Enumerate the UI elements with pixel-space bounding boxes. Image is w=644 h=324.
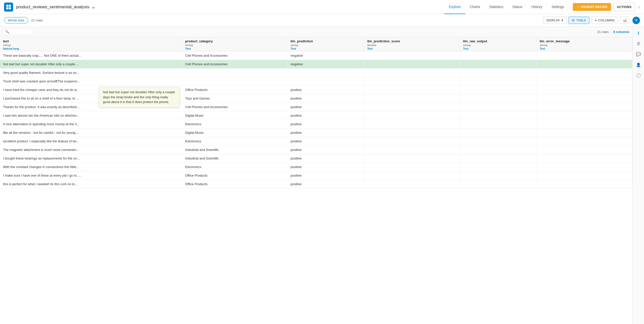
- table-cell: Cell Phones and Accessories: [182, 51, 288, 60]
- table-cell: [460, 69, 537, 77]
- parent-recipe-button[interactable]: ⚡ PARENT RECIPE: [573, 3, 611, 11]
- category-text-link[interactable]: Text: [185, 47, 284, 50]
- table-cell: With the constant changes in connections…: [0, 163, 182, 171]
- user-sidebar-icon[interactable]: 👤: [634, 60, 643, 69]
- table-cell: [460, 128, 537, 137]
- table-cell: [364, 111, 460, 120]
- tab-history[interactable]: History: [527, 0, 547, 14]
- table-row[interactable]: I have tried the cheaper carts and they …: [0, 86, 632, 94]
- table-row[interactable]: this is perfect for what i needed! its t…: [0, 180, 632, 188]
- table-cell: [460, 103, 537, 111]
- table-cell: positive: [287, 120, 364, 128]
- table-row[interactable]: A nice alternative to spending more mone…: [0, 120, 632, 128]
- data-table: text string Natural lang. product_catego…: [0, 37, 632, 188]
- table-row[interactable]: Not bad but super not durable! After onl…: [0, 60, 632, 69]
- app-logo[interactable]: [4, 3, 13, 12]
- bar-chart-icon: 📊: [623, 18, 627, 22]
- table-cell: positive: [287, 103, 364, 111]
- whole-data-badge[interactable]: Whole data: [4, 17, 28, 23]
- table-cell: [364, 103, 460, 111]
- table-button[interactable]: ⊞ TABLE: [569, 17, 589, 24]
- table-cell: positive: [287, 180, 364, 188]
- search-icon: 🔍: [5, 30, 9, 34]
- table-row[interactable]: With the constant changes in connections…: [0, 163, 632, 171]
- table-cell: [364, 180, 460, 188]
- menu-sidebar-icon[interactable]: ☰: [634, 39, 643, 48]
- tab-charts[interactable]: Charts: [465, 0, 485, 14]
- table-row[interactable]: The magnetic attachment is much more con…: [0, 146, 632, 154]
- table-row[interactable]: Thanks for the product. It was exactly a…: [0, 103, 632, 111]
- rows-count: 21 rows: [597, 30, 609, 34]
- back-button[interactable]: ‹: [638, 4, 640, 10]
- table-row[interactable]: I make sure I have one of these at every…: [0, 171, 632, 180]
- actions-button[interactable]: ACTIONS: [613, 3, 635, 11]
- table-cell: I make sure I have one of these at every…: [0, 171, 182, 180]
- table-cell: positive: [287, 154, 364, 163]
- table-cell: [287, 69, 364, 77]
- score-text-link[interactable]: Text: [367, 47, 457, 50]
- table-row[interactable]: excellent product. I especially like the…: [0, 137, 632, 146]
- table-cell: positive: [287, 163, 364, 171]
- col-header-score: llm_prediction_score double Text: [364, 37, 460, 51]
- col-header-text: text string Natural lang.: [0, 37, 182, 51]
- table-row[interactable]: I bought these bearings as replacements …: [0, 154, 632, 163]
- error-text-link[interactable]: Text: [540, 47, 629, 50]
- table-cell: positive: [287, 94, 364, 103]
- table-cell: [364, 171, 460, 180]
- chart-icon-button[interactable]: 📊: [620, 17, 629, 24]
- table-cell: I bought these bearings as replacements …: [0, 154, 182, 163]
- search-wrap: 🔍: [3, 29, 33, 35]
- clock-sidebar-icon[interactable]: 🕐: [634, 71, 643, 80]
- table-cell: [364, 163, 460, 171]
- table-cell: Truck shell was cracked upon arrival¶The…: [0, 77, 182, 86]
- raw-text-link[interactable]: Text: [463, 47, 533, 50]
- table-cell: [460, 60, 537, 69]
- search-input[interactable]: [10, 30, 30, 34]
- tab-status[interactable]: Status: [508, 0, 527, 14]
- table-cell: positive: [287, 171, 364, 180]
- columns-button[interactable]: ≡ COLUMNS: [591, 17, 618, 24]
- table-header: text string Natural lang. product_catego…: [0, 37, 632, 51]
- table-cell: [364, 137, 460, 146]
- info-sidebar-icon[interactable]: ℹ: [634, 29, 643, 37]
- table-cell: Office Products: [182, 86, 288, 94]
- natural-lang-link[interactable]: Natural lang.: [3, 47, 179, 50]
- table-row[interactable]: I purchased this to sit on a shelf of a …: [0, 94, 632, 103]
- table-cell: [364, 60, 460, 69]
- table-cell: Office Products: [182, 180, 288, 188]
- table-cell: excellent product. I especially like the…: [0, 137, 182, 146]
- prediction-text-link[interactable]: Text: [291, 47, 361, 50]
- col-header-category: product_category string Text: [182, 37, 288, 51]
- table-cell: like all the versions - but be careful -…: [0, 128, 182, 137]
- table-row[interactable]: These are basically crap..... Not ONE of…: [0, 51, 632, 60]
- table-cell: [364, 51, 460, 60]
- tab-explore[interactable]: Explore: [444, 0, 465, 14]
- table-cell: [364, 77, 460, 86]
- table-cell: negative: [287, 51, 364, 60]
- table-row[interactable]: I saw him almost win the American Idol o…: [0, 111, 632, 120]
- table-row[interactable]: Very good quality filament. Surface text…: [0, 69, 632, 77]
- chat-sidebar-icon[interactable]: 💬: [634, 50, 643, 58]
- table-cell: [364, 69, 460, 77]
- table-cell: [460, 51, 537, 60]
- table-cell: [460, 146, 537, 154]
- add-button[interactable]: +: [632, 17, 640, 24]
- table-label: TABLE: [576, 18, 586, 22]
- table-cell: [537, 163, 632, 171]
- table-cell: [460, 120, 537, 128]
- svg-rect-2: [6, 7, 8, 9]
- table-cell: [364, 120, 460, 128]
- col-header-prediction: llm_prediction string Text: [287, 37, 364, 51]
- table-cell: positive: [287, 86, 364, 94]
- table-cell: [537, 51, 632, 60]
- table-row[interactable]: like all the versions - but be careful -…: [0, 128, 632, 137]
- table-cell: [364, 94, 460, 103]
- tab-statistics[interactable]: Statistics: [485, 0, 508, 14]
- display-button[interactable]: DISPLAY ▾: [543, 17, 567, 24]
- table-row[interactable]: Truck shell was cracked upon arrival¶The…: [0, 77, 632, 86]
- table-cell: [364, 146, 460, 154]
- tab-settings[interactable]: Settings: [547, 0, 569, 14]
- columns-label: COLUMNS: [598, 18, 615, 22]
- table-cell: [537, 120, 632, 128]
- table-cell: [537, 69, 632, 77]
